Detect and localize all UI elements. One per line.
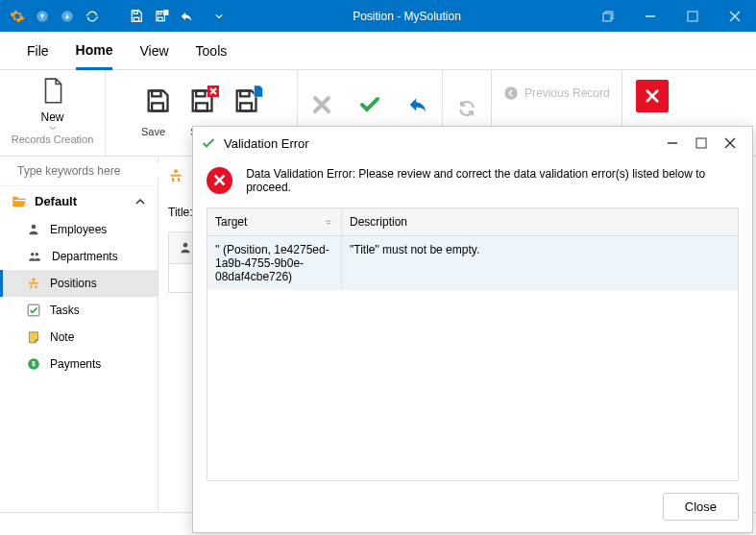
note-icon [27, 330, 40, 344]
svg-point-34 [174, 169, 178, 173]
nav-departments[interactable]: Departments [0, 243, 158, 270]
settings-gear-icon[interactable] [10, 9, 25, 24]
dialog-close-icon[interactable] [716, 137, 744, 149]
nav-note[interactable]: Note [0, 324, 158, 351]
svg-rect-15 [196, 91, 205, 97]
nav-employees[interactable]: Employees [0, 216, 158, 243]
svg-rect-5 [159, 11, 161, 13]
grid-row[interactable]: '' (Position, 1e4275ed-1a9b-4755-9b0e-08… [207, 236, 738, 290]
person-icon [27, 223, 40, 236]
close-button[interactable]: Close [663, 493, 739, 521]
col-target[interactable]: Target [207, 208, 342, 235]
svg-point-25 [31, 253, 35, 256]
svg-point-21 [504, 86, 517, 99]
save-label: Save [134, 126, 174, 149]
validation-grid: Target Description '' (Position, 1e4275e… [207, 207, 739, 481]
window-title: Position - MySolution [227, 10, 587, 23]
ribbon-group-caption: Records Creation [12, 132, 94, 145]
svg-rect-9 [688, 12, 697, 21]
save-icon[interactable] [129, 9, 144, 24]
svg-rect-7 [603, 13, 611, 21]
svg-point-38 [183, 243, 187, 248]
validate-icon[interactable] [346, 80, 394, 130]
svg-rect-29 [31, 285, 33, 289]
validation-dialog: Validation Error ✕ Data Validation Error… [192, 126, 753, 533]
sidebar: Default Employees Departments Positions … [0, 157, 159, 512]
svg-text:$: $ [32, 360, 36, 368]
dialog-message-row: ✕ Data Validation Error: Please review a… [193, 159, 752, 207]
col-description[interactable]: Description [342, 208, 738, 235]
dialog-titlebar: Validation Error [193, 127, 752, 159]
svg-rect-4 [159, 17, 163, 20]
dialog-title: Validation Error [224, 136, 658, 151]
position-icon [168, 168, 183, 183]
chevron-up-icon [134, 197, 146, 207]
svg-rect-37 [178, 178, 180, 182]
cell-target: '' (Position, 1e4275ed-1a9b-4755-9b0e-08… [207, 236, 342, 290]
search-input[interactable] [17, 164, 161, 178]
menu-home[interactable]: Home [76, 33, 113, 70]
ribbon-group-records: New Records Creation [0, 70, 106, 156]
search-box[interactable] [0, 157, 158, 186]
window-minimize-icon[interactable] [629, 0, 671, 32]
svg-rect-13 [152, 91, 160, 97]
nav-payments[interactable]: $ Payments [0, 351, 158, 377]
folder-open-icon [12, 195, 27, 208]
check-icon [201, 135, 216, 151]
dialog-maximize-icon[interactable] [687, 137, 716, 149]
window-maximize-icon[interactable] [671, 0, 714, 32]
svg-rect-36 [172, 178, 174, 182]
svg-rect-28 [29, 282, 37, 284]
svg-rect-35 [171, 175, 182, 177]
qat-dropdown-icon[interactable] [211, 9, 227, 24]
previous-record-button: Previous Record [492, 85, 622, 101]
save-close-button[interactable] [188, 87, 215, 114]
nav-positions[interactable]: Positions [0, 270, 158, 297]
check-icon [27, 304, 40, 317]
info-up-icon[interactable] [35, 9, 50, 24]
error-icon: ✕ [207, 167, 232, 194]
revert-icon[interactable] [394, 80, 442, 130]
menu-view[interactable]: View [139, 34, 168, 68]
window-restore-alt-icon[interactable] [587, 0, 629, 32]
menu-tools[interactable]: Tools [196, 34, 228, 68]
svg-rect-12 [152, 103, 163, 110]
dialog-minimize-icon[interactable] [658, 137, 687, 149]
svg-rect-6 [163, 10, 168, 15]
position-icon [27, 277, 40, 290]
titlebar: Position - MySolution [0, 0, 756, 32]
svg-point-27 [32, 278, 36, 281]
menu-file[interactable]: File [27, 34, 49, 68]
cancel-icon[interactable] [298, 80, 346, 130]
new-button[interactable]: New [37, 76, 68, 132]
svg-point-26 [36, 253, 39, 256]
window-close-icon[interactable] [714, 0, 756, 32]
folder-default[interactable]: Default [0, 186, 158, 216]
svg-rect-17 [240, 103, 252, 110]
svg-rect-18 [240, 91, 249, 97]
svg-rect-14 [196, 103, 207, 110]
menubar: File Home View Tools [0, 32, 756, 70]
sort-icon [324, 217, 333, 227]
svg-point-24 [32, 225, 37, 230]
svg-rect-30 [36, 285, 37, 289]
save-new-icon[interactable] [154, 9, 169, 24]
svg-rect-44 [696, 138, 706, 148]
nav-tasks[interactable]: Tasks [0, 297, 158, 324]
money-icon: $ [27, 357, 40, 371]
info-down-icon[interactable] [60, 9, 75, 24]
svg-rect-3 [134, 11, 137, 13]
people-icon [27, 250, 42, 263]
ribbon-close-button[interactable] [636, 80, 669, 112]
refresh-icon[interactable] [85, 9, 100, 24]
svg-rect-2 [134, 17, 138, 21]
undo-icon[interactable] [179, 9, 194, 24]
quick-access-toolbar [0, 9, 227, 24]
cell-description: "Title" must not be empty. [342, 236, 738, 290]
save-new-button[interactable] [232, 87, 259, 114]
dialog-message: Data Validation Error: Please review and… [246, 167, 739, 194]
save-button[interactable] [144, 87, 171, 114]
